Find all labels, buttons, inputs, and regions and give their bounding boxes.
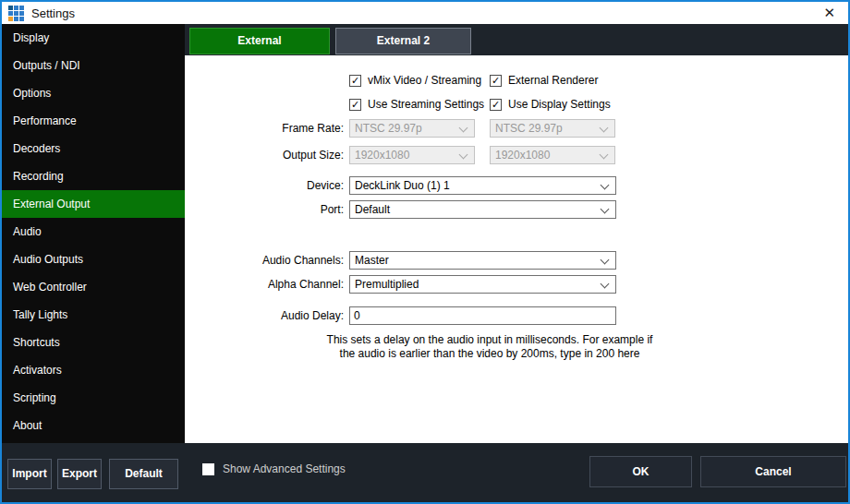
alpha-channel-dropdown[interactable]: Premultiplied <box>349 275 616 294</box>
chevron-down-icon <box>600 124 609 133</box>
use-streaming-settings-checkbox[interactable]: ✓ Use Streaming Settings <box>349 98 484 111</box>
sidebar-item-web-controller[interactable]: Web Controller <box>2 273 185 301</box>
tab-strip: External External 2 <box>185 24 848 55</box>
device-dropdown[interactable]: DeckLink Duo (1) 1 <box>349 176 616 195</box>
dropdown-value: 1920x1080 <box>355 149 409 162</box>
external-renderer-checkbox[interactable]: ✓ External Renderer <box>490 74 598 87</box>
dropdown-value: NTSC 29.97p <box>495 122 563 135</box>
port-label: Port: <box>185 203 344 216</box>
sidebar-item-tally-lights[interactable]: Tally Lights <box>2 301 185 329</box>
chevron-down-icon <box>601 256 610 265</box>
checkmark-icon: ✓ <box>490 75 502 87</box>
sidebar: Display Outputs / NDI Options Performanc… <box>2 24 185 443</box>
dropdown-value: DeckLink Duo (1) 1 <box>355 179 450 192</box>
show-advanced-settings-checkbox[interactable]: Show Advanced Settings <box>202 462 346 475</box>
checkmark-icon: ✓ <box>349 99 361 111</box>
tab-external-2[interactable]: External 2 <box>335 28 471 54</box>
frame-rate-dropdown-1[interactable]: NTSC 29.97p <box>349 119 475 138</box>
export-button[interactable]: Export <box>57 459 102 489</box>
alpha-channel-label: Alpha Channel: <box>185 278 344 291</box>
chevron-down-icon <box>459 124 468 133</box>
import-button[interactable]: Import <box>7 459 52 489</box>
dropdown-value: Master <box>355 254 389 267</box>
dropdown-value: Default <box>355 203 390 216</box>
chevron-down-icon <box>601 181 610 190</box>
chevron-down-icon <box>459 150 468 160</box>
bottom-bar: Import Export Default Show Advanced Sett… <box>2 443 848 502</box>
chevron-down-icon <box>601 280 610 289</box>
checkbox-label: vMix Video / Streaming <box>368 74 481 87</box>
checkmark-icon: ✓ <box>490 99 502 111</box>
chevron-down-icon <box>600 150 609 160</box>
sidebar-item-activators[interactable]: Activators <box>2 356 185 384</box>
close-icon[interactable]: ✕ <box>823 5 835 21</box>
frame-rate-label: Frame Rate: <box>185 122 344 135</box>
window-title: Settings <box>31 6 75 20</box>
checkbox-empty <box>202 463 214 475</box>
sidebar-item-decoders[interactable]: Decoders <box>2 135 185 162</box>
checkbox-label: External Renderer <box>508 74 598 87</box>
dropdown-value: 1920x1080 <box>495 149 550 162</box>
sidebar-item-shortcuts[interactable]: Shortcuts <box>2 329 185 356</box>
audio-delay-help-text: This sets a delay on the audio input in … <box>323 333 656 361</box>
sidebar-item-display[interactable]: Display <box>2 24 185 52</box>
tab-external[interactable]: External <box>189 28 330 54</box>
dropdown-value: Premultiplied <box>355 278 419 291</box>
sidebar-item-about[interactable]: About <box>2 412 185 439</box>
output-size-label: Output Size: <box>185 149 344 162</box>
vmix-video-streaming-checkbox[interactable]: ✓ vMix Video / Streaming <box>349 74 481 87</box>
settings-window: Settings ✕ Display Outputs / NDI Options… <box>0 0 850 504</box>
cancel-button[interactable]: Cancel <box>700 456 846 487</box>
sidebar-item-options[interactable]: Options <box>2 79 185 107</box>
chevron-down-icon <box>601 205 610 214</box>
use-display-settings-checkbox[interactable]: ✓ Use Display Settings <box>490 98 611 111</box>
checkbox-label: Show Advanced Settings <box>223 462 346 475</box>
frame-rate-dropdown-2[interactable]: NTSC 29.97p <box>490 119 615 138</box>
sidebar-item-recording[interactable]: Recording <box>2 162 185 190</box>
device-label: Device: <box>185 179 344 192</box>
ok-button[interactable]: OK <box>589 456 692 487</box>
title-bar: Settings ✕ <box>2 2 848 24</box>
port-dropdown[interactable]: Default <box>349 200 616 219</box>
audio-channels-dropdown[interactable]: Master <box>349 251 616 270</box>
dropdown-value: NTSC 29.97p <box>355 122 422 135</box>
default-button[interactable]: Default <box>109 459 178 489</box>
audio-delay-input[interactable] <box>349 306 616 325</box>
audio-channels-label: Audio Channels: <box>185 254 344 267</box>
vmix-logo-icon <box>8 6 24 21</box>
output-size-dropdown-2[interactable]: 1920x1080 <box>490 146 615 164</box>
sidebar-item-performance[interactable]: Performance <box>2 107 185 135</box>
checkbox-label: Use Display Settings <box>508 98 611 111</box>
checkbox-label: Use Streaming Settings <box>368 98 484 111</box>
sidebar-item-external-output[interactable]: External Output <box>2 190 185 218</box>
sidebar-item-audio-outputs[interactable]: Audio Outputs <box>2 246 185 273</box>
audio-delay-label: Audio Delay: <box>185 309 344 322</box>
output-size-dropdown-1[interactable]: 1920x1080 <box>349 146 475 164</box>
sidebar-item-outputs-ndi[interactable]: Outputs / NDI <box>2 52 185 79</box>
sidebar-item-audio[interactable]: Audio <box>2 218 185 246</box>
external-output-panel: ✓ vMix Video / Streaming ✓ External Rend… <box>185 55 848 443</box>
checkmark-icon: ✓ <box>349 75 361 87</box>
sidebar-item-scripting[interactable]: Scripting <box>2 384 185 412</box>
